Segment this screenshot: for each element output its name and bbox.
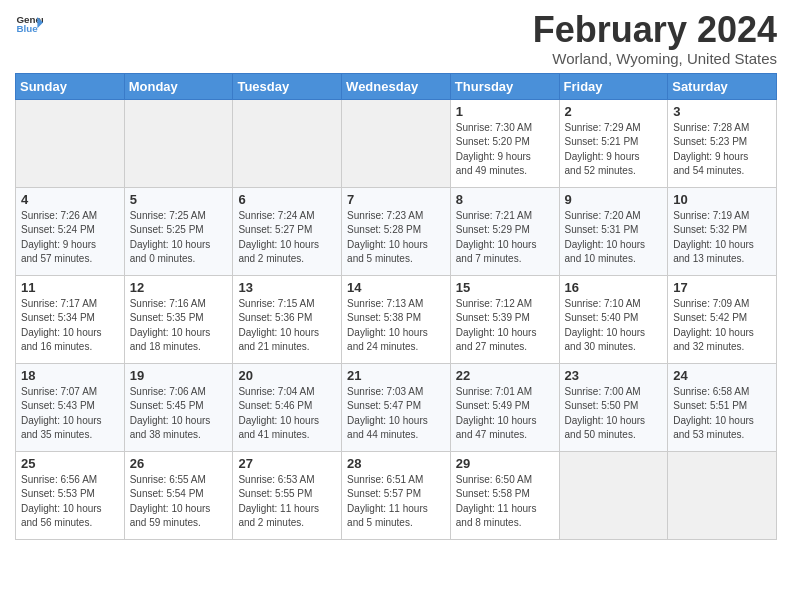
calendar-week-row: 4Sunrise: 7:26 AM Sunset: 5:24 PM Daylig…	[16, 187, 777, 275]
day-number: 15	[456, 280, 554, 295]
day-number: 11	[21, 280, 119, 295]
calendar-cell: 3Sunrise: 7:28 AM Sunset: 5:23 PM Daylig…	[668, 99, 777, 187]
day-info: Sunrise: 6:55 AM Sunset: 5:54 PM Dayligh…	[130, 473, 228, 531]
calendar-cell: 25Sunrise: 6:56 AM Sunset: 5:53 PM Dayli…	[16, 451, 125, 539]
day-info: Sunrise: 7:25 AM Sunset: 5:25 PM Dayligh…	[130, 209, 228, 267]
logo-icon: General Blue	[15, 10, 43, 38]
day-info: Sunrise: 6:53 AM Sunset: 5:55 PM Dayligh…	[238, 473, 336, 531]
title-block: February 2024 Worland, Wyoming, United S…	[533, 10, 777, 67]
day-info: Sunrise: 7:26 AM Sunset: 5:24 PM Dayligh…	[21, 209, 119, 267]
calendar-cell: 18Sunrise: 7:07 AM Sunset: 5:43 PM Dayli…	[16, 363, 125, 451]
calendar-cell	[668, 451, 777, 539]
day-of-week-header: Monday	[124, 73, 233, 99]
day-info: Sunrise: 7:13 AM Sunset: 5:38 PM Dayligh…	[347, 297, 445, 355]
calendar-cell: 19Sunrise: 7:06 AM Sunset: 5:45 PM Dayli…	[124, 363, 233, 451]
day-number: 2	[565, 104, 663, 119]
day-info: Sunrise: 7:28 AM Sunset: 5:23 PM Dayligh…	[673, 121, 771, 179]
calendar-cell: 15Sunrise: 7:12 AM Sunset: 5:39 PM Dayli…	[450, 275, 559, 363]
day-info: Sunrise: 7:15 AM Sunset: 5:36 PM Dayligh…	[238, 297, 336, 355]
day-info: Sunrise: 7:21 AM Sunset: 5:29 PM Dayligh…	[456, 209, 554, 267]
calendar-week-row: 18Sunrise: 7:07 AM Sunset: 5:43 PM Dayli…	[16, 363, 777, 451]
day-number: 1	[456, 104, 554, 119]
day-number: 12	[130, 280, 228, 295]
day-info: Sunrise: 7:17 AM Sunset: 5:34 PM Dayligh…	[21, 297, 119, 355]
day-number: 21	[347, 368, 445, 383]
calendar-cell: 16Sunrise: 7:10 AM Sunset: 5:40 PM Dayli…	[559, 275, 668, 363]
day-info: Sunrise: 7:09 AM Sunset: 5:42 PM Dayligh…	[673, 297, 771, 355]
calendar-cell	[16, 99, 125, 187]
calendar-cell: 8Sunrise: 7:21 AM Sunset: 5:29 PM Daylig…	[450, 187, 559, 275]
calendar-cell: 23Sunrise: 7:00 AM Sunset: 5:50 PM Dayli…	[559, 363, 668, 451]
calendar-cell: 28Sunrise: 6:51 AM Sunset: 5:57 PM Dayli…	[342, 451, 451, 539]
day-number: 23	[565, 368, 663, 383]
day-info: Sunrise: 7:20 AM Sunset: 5:31 PM Dayligh…	[565, 209, 663, 267]
day-info: Sunrise: 6:50 AM Sunset: 5:58 PM Dayligh…	[456, 473, 554, 531]
day-number: 10	[673, 192, 771, 207]
day-info: Sunrise: 7:24 AM Sunset: 5:27 PM Dayligh…	[238, 209, 336, 267]
svg-text:Blue: Blue	[16, 23, 38, 34]
calendar-cell: 9Sunrise: 7:20 AM Sunset: 5:31 PM Daylig…	[559, 187, 668, 275]
day-number: 13	[238, 280, 336, 295]
day-number: 27	[238, 456, 336, 471]
day-number: 18	[21, 368, 119, 383]
calendar-table: SundayMondayTuesdayWednesdayThursdayFrid…	[15, 73, 777, 540]
day-info: Sunrise: 7:07 AM Sunset: 5:43 PM Dayligh…	[21, 385, 119, 443]
calendar-cell: 24Sunrise: 6:58 AM Sunset: 5:51 PM Dayli…	[668, 363, 777, 451]
day-number: 22	[456, 368, 554, 383]
day-info: Sunrise: 6:51 AM Sunset: 5:57 PM Dayligh…	[347, 473, 445, 531]
day-info: Sunrise: 7:04 AM Sunset: 5:46 PM Dayligh…	[238, 385, 336, 443]
day-info: Sunrise: 7:01 AM Sunset: 5:49 PM Dayligh…	[456, 385, 554, 443]
day-info: Sunrise: 7:30 AM Sunset: 5:20 PM Dayligh…	[456, 121, 554, 179]
calendar-week-row: 11Sunrise: 7:17 AM Sunset: 5:34 PM Dayli…	[16, 275, 777, 363]
calendar-header-row: SundayMondayTuesdayWednesdayThursdayFrid…	[16, 73, 777, 99]
day-info: Sunrise: 7:19 AM Sunset: 5:32 PM Dayligh…	[673, 209, 771, 267]
calendar-cell: 17Sunrise: 7:09 AM Sunset: 5:42 PM Dayli…	[668, 275, 777, 363]
day-info: Sunrise: 7:06 AM Sunset: 5:45 PM Dayligh…	[130, 385, 228, 443]
day-info: Sunrise: 7:00 AM Sunset: 5:50 PM Dayligh…	[565, 385, 663, 443]
day-info: Sunrise: 7:12 AM Sunset: 5:39 PM Dayligh…	[456, 297, 554, 355]
calendar-cell	[233, 99, 342, 187]
day-number: 17	[673, 280, 771, 295]
day-info: Sunrise: 7:29 AM Sunset: 5:21 PM Dayligh…	[565, 121, 663, 179]
day-number: 4	[21, 192, 119, 207]
day-of-week-header: Wednesday	[342, 73, 451, 99]
calendar-cell: 6Sunrise: 7:24 AM Sunset: 5:27 PM Daylig…	[233, 187, 342, 275]
day-number: 24	[673, 368, 771, 383]
calendar-cell: 14Sunrise: 7:13 AM Sunset: 5:38 PM Dayli…	[342, 275, 451, 363]
calendar-cell: 13Sunrise: 7:15 AM Sunset: 5:36 PM Dayli…	[233, 275, 342, 363]
day-number: 14	[347, 280, 445, 295]
day-info: Sunrise: 6:58 AM Sunset: 5:51 PM Dayligh…	[673, 385, 771, 443]
main-title: February 2024	[533, 10, 777, 50]
calendar-week-row: 25Sunrise: 6:56 AM Sunset: 5:53 PM Dayli…	[16, 451, 777, 539]
calendar-cell: 7Sunrise: 7:23 AM Sunset: 5:28 PM Daylig…	[342, 187, 451, 275]
day-number: 6	[238, 192, 336, 207]
calendar-cell: 11Sunrise: 7:17 AM Sunset: 5:34 PM Dayli…	[16, 275, 125, 363]
calendar-cell: 12Sunrise: 7:16 AM Sunset: 5:35 PM Dayli…	[124, 275, 233, 363]
day-of-week-header: Thursday	[450, 73, 559, 99]
day-of-week-header: Tuesday	[233, 73, 342, 99]
day-number: 7	[347, 192, 445, 207]
calendar-cell: 27Sunrise: 6:53 AM Sunset: 5:55 PM Dayli…	[233, 451, 342, 539]
day-number: 25	[21, 456, 119, 471]
calendar-cell: 20Sunrise: 7:04 AM Sunset: 5:46 PM Dayli…	[233, 363, 342, 451]
calendar-week-row: 1Sunrise: 7:30 AM Sunset: 5:20 PM Daylig…	[16, 99, 777, 187]
calendar-cell: 22Sunrise: 7:01 AM Sunset: 5:49 PM Dayli…	[450, 363, 559, 451]
calendar-cell: 5Sunrise: 7:25 AM Sunset: 5:25 PM Daylig…	[124, 187, 233, 275]
calendar-cell: 1Sunrise: 7:30 AM Sunset: 5:20 PM Daylig…	[450, 99, 559, 187]
calendar-cell	[559, 451, 668, 539]
day-info: Sunrise: 7:23 AM Sunset: 5:28 PM Dayligh…	[347, 209, 445, 267]
day-number: 19	[130, 368, 228, 383]
logo: General Blue	[15, 10, 43, 38]
calendar-cell: 26Sunrise: 6:55 AM Sunset: 5:54 PM Dayli…	[124, 451, 233, 539]
calendar-cell: 21Sunrise: 7:03 AM Sunset: 5:47 PM Dayli…	[342, 363, 451, 451]
day-number: 26	[130, 456, 228, 471]
day-number: 9	[565, 192, 663, 207]
day-info: Sunrise: 6:56 AM Sunset: 5:53 PM Dayligh…	[21, 473, 119, 531]
day-number: 20	[238, 368, 336, 383]
day-number: 28	[347, 456, 445, 471]
day-of-week-header: Friday	[559, 73, 668, 99]
calendar-cell: 10Sunrise: 7:19 AM Sunset: 5:32 PM Dayli…	[668, 187, 777, 275]
day-number: 3	[673, 104, 771, 119]
page-header: General Blue February 2024 Worland, Wyom…	[15, 10, 777, 67]
subtitle: Worland, Wyoming, United States	[533, 50, 777, 67]
